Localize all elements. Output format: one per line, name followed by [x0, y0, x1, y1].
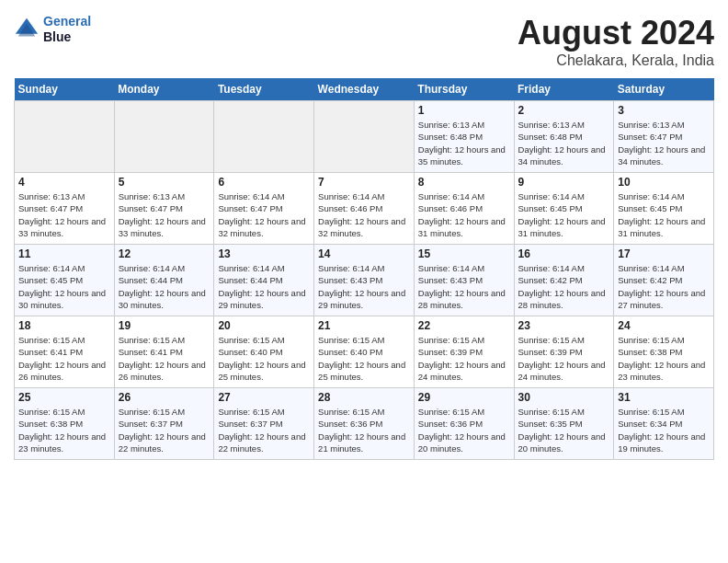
day-number: 17	[618, 247, 710, 260]
calendar-cell: 31Sunrise: 6:15 AM Sunset: 6:34 PM Dayli…	[614, 388, 714, 460]
calendar-cell: 17Sunrise: 6:14 AM Sunset: 6:42 PM Dayli…	[614, 245, 714, 316]
day-info: Sunrise: 6:14 AM Sunset: 6:42 PM Dayligh…	[518, 262, 610, 311]
calendar-cell: 30Sunrise: 6:15 AM Sunset: 6:35 PM Dayli…	[514, 388, 614, 460]
day-number: 25	[18, 391, 110, 404]
calendar-cell: 22Sunrise: 6:15 AM Sunset: 6:39 PM Dayli…	[414, 316, 514, 388]
day-number: 4	[18, 176, 110, 189]
day-number: 13	[218, 247, 310, 260]
day-info: Sunrise: 6:14 AM Sunset: 6:46 PM Dayligh…	[418, 190, 510, 239]
calendar-cell: 9Sunrise: 6:14 AM Sunset: 6:45 PM Daylig…	[514, 173, 614, 245]
day-info: Sunrise: 6:15 AM Sunset: 6:41 PM Dayligh…	[18, 334, 110, 383]
logo-icon	[14, 17, 40, 42]
calendar-cell	[314, 101, 415, 173]
calendar-header-row: SundayMondayTuesdayWednesdayThursdayFrid…	[15, 78, 714, 101]
calendar-cell: 29Sunrise: 6:15 AM Sunset: 6:36 PM Dayli…	[414, 388, 514, 460]
header-cell-wednesday: Wednesday	[314, 78, 415, 101]
day-number: 11	[18, 247, 110, 260]
day-info: Sunrise: 6:13 AM Sunset: 6:48 PM Dayligh…	[418, 119, 510, 167]
day-info: Sunrise: 6:15 AM Sunset: 6:40 PM Dayligh…	[318, 334, 410, 383]
page-container: General Blue August 2024 Chelakara, Kera…	[0, 0, 728, 469]
day-number: 31	[618, 391, 710, 404]
day-info: Sunrise: 6:15 AM Sunset: 6:36 PM Dayligh…	[418, 406, 510, 454]
calendar-cell: 24Sunrise: 6:15 AM Sunset: 6:38 PM Dayli…	[614, 316, 714, 388]
day-number: 19	[119, 319, 210, 332]
subtitle: Chelakara, Kerala, India	[518, 52, 714, 69]
calendar-table: SundayMondayTuesdayWednesdayThursdayFrid…	[14, 78, 714, 460]
day-info: Sunrise: 6:15 AM Sunset: 6:39 PM Dayligh…	[418, 334, 510, 383]
day-info: Sunrise: 6:15 AM Sunset: 6:37 PM Dayligh…	[119, 406, 210, 454]
day-number: 30	[518, 391, 610, 404]
calendar-cell: 3Sunrise: 6:13 AM Sunset: 6:47 PM Daylig…	[614, 101, 714, 173]
day-info: Sunrise: 6:14 AM Sunset: 6:44 PM Dayligh…	[218, 262, 310, 311]
day-number: 12	[119, 247, 210, 260]
day-info: Sunrise: 6:14 AM Sunset: 6:43 PM Dayligh…	[418, 262, 510, 311]
day-number: 3	[618, 104, 710, 117]
day-info: Sunrise: 6:15 AM Sunset: 6:37 PM Dayligh…	[218, 406, 310, 454]
day-info: Sunrise: 6:14 AM Sunset: 6:43 PM Dayligh…	[318, 262, 410, 311]
day-number: 21	[318, 319, 410, 332]
calendar-cell: 15Sunrise: 6:14 AM Sunset: 6:43 PM Dayli…	[414, 245, 514, 316]
calendar-cell: 18Sunrise: 6:15 AM Sunset: 6:41 PM Dayli…	[15, 316, 115, 388]
day-number: 27	[218, 391, 310, 404]
calendar-cell: 11Sunrise: 6:14 AM Sunset: 6:45 PM Dayli…	[15, 245, 115, 316]
day-number: 6	[218, 176, 310, 189]
calendar-cell: 26Sunrise: 6:15 AM Sunset: 6:37 PM Dayli…	[114, 388, 214, 460]
calendar-body: 1Sunrise: 6:13 AM Sunset: 6:48 PM Daylig…	[15, 101, 714, 460]
day-number: 2	[518, 104, 610, 117]
day-info: Sunrise: 6:15 AM Sunset: 6:35 PM Dayligh…	[518, 406, 610, 454]
calendar-cell: 20Sunrise: 6:15 AM Sunset: 6:40 PM Dayli…	[214, 316, 314, 388]
day-info: Sunrise: 6:15 AM Sunset: 6:34 PM Dayligh…	[618, 406, 710, 454]
calendar-week-4: 18Sunrise: 6:15 AM Sunset: 6:41 PM Dayli…	[15, 316, 714, 388]
calendar-cell: 16Sunrise: 6:14 AM Sunset: 6:42 PM Dayli…	[514, 245, 614, 316]
calendar-week-3: 11Sunrise: 6:14 AM Sunset: 6:45 PM Dayli…	[15, 245, 714, 316]
day-number: 5	[119, 176, 210, 189]
day-info: Sunrise: 6:14 AM Sunset: 6:42 PM Dayligh…	[618, 262, 710, 311]
day-info: Sunrise: 6:14 AM Sunset: 6:45 PM Dayligh…	[618, 190, 710, 239]
day-number: 7	[318, 176, 410, 189]
calendar-cell	[15, 101, 115, 173]
header-cell-saturday: Saturday	[614, 78, 714, 101]
calendar-cell: 14Sunrise: 6:14 AM Sunset: 6:43 PM Dayli…	[314, 245, 415, 316]
day-info: Sunrise: 6:14 AM Sunset: 6:45 PM Dayligh…	[518, 190, 610, 239]
day-number: 29	[418, 391, 510, 404]
calendar-cell	[214, 101, 314, 173]
day-number: 28	[318, 391, 410, 404]
header-cell-monday: Monday	[114, 78, 214, 101]
calendar-cell: 7Sunrise: 6:14 AM Sunset: 6:46 PM Daylig…	[314, 173, 415, 245]
day-number: 10	[618, 176, 710, 189]
calendar-week-2: 4Sunrise: 6:13 AM Sunset: 6:47 PM Daylig…	[15, 173, 714, 245]
day-info: Sunrise: 6:15 AM Sunset: 6:38 PM Dayligh…	[618, 334, 710, 383]
day-number: 22	[418, 319, 510, 332]
day-number: 26	[119, 391, 210, 404]
calendar-cell: 6Sunrise: 6:14 AM Sunset: 6:47 PM Daylig…	[214, 173, 314, 245]
day-number: 9	[518, 176, 610, 189]
calendar-cell: 10Sunrise: 6:14 AM Sunset: 6:45 PM Dayli…	[614, 173, 714, 245]
day-info: Sunrise: 6:15 AM Sunset: 6:36 PM Dayligh…	[318, 406, 410, 454]
logo: General Blue	[14, 14, 91, 45]
calendar-cell: 13Sunrise: 6:14 AM Sunset: 6:44 PM Dayli…	[214, 245, 314, 316]
calendar-cell: 27Sunrise: 6:15 AM Sunset: 6:37 PM Dayli…	[214, 388, 314, 460]
calendar-cell: 23Sunrise: 6:15 AM Sunset: 6:39 PM Dayli…	[514, 316, 614, 388]
header-cell-friday: Friday	[514, 78, 614, 101]
header-cell-sunday: Sunday	[15, 78, 115, 101]
day-info: Sunrise: 6:15 AM Sunset: 6:40 PM Dayligh…	[218, 334, 310, 383]
day-info: Sunrise: 6:14 AM Sunset: 6:44 PM Dayligh…	[119, 262, 210, 311]
day-info: Sunrise: 6:14 AM Sunset: 6:47 PM Dayligh…	[218, 190, 310, 239]
calendar-cell	[114, 101, 214, 173]
day-info: Sunrise: 6:14 AM Sunset: 6:45 PM Dayligh…	[18, 262, 110, 311]
day-number: 15	[418, 247, 510, 260]
day-info: Sunrise: 6:15 AM Sunset: 6:39 PM Dayligh…	[518, 334, 610, 383]
day-info: Sunrise: 6:13 AM Sunset: 6:47 PM Dayligh…	[119, 190, 210, 239]
day-number: 18	[18, 319, 110, 332]
logo-text: General Blue	[43, 14, 91, 45]
calendar-cell: 25Sunrise: 6:15 AM Sunset: 6:38 PM Dayli…	[15, 388, 115, 460]
header-cell-thursday: Thursday	[414, 78, 514, 101]
day-info: Sunrise: 6:13 AM Sunset: 6:47 PM Dayligh…	[18, 190, 110, 239]
calendar-week-5: 25Sunrise: 6:15 AM Sunset: 6:38 PM Dayli…	[15, 388, 714, 460]
calendar-cell: 5Sunrise: 6:13 AM Sunset: 6:47 PM Daylig…	[114, 173, 214, 245]
day-number: 20	[218, 319, 310, 332]
day-number: 14	[318, 247, 410, 260]
day-info: Sunrise: 6:13 AM Sunset: 6:47 PM Dayligh…	[618, 119, 710, 167]
header-cell-tuesday: Tuesday	[214, 78, 314, 101]
day-number: 1	[418, 104, 510, 117]
